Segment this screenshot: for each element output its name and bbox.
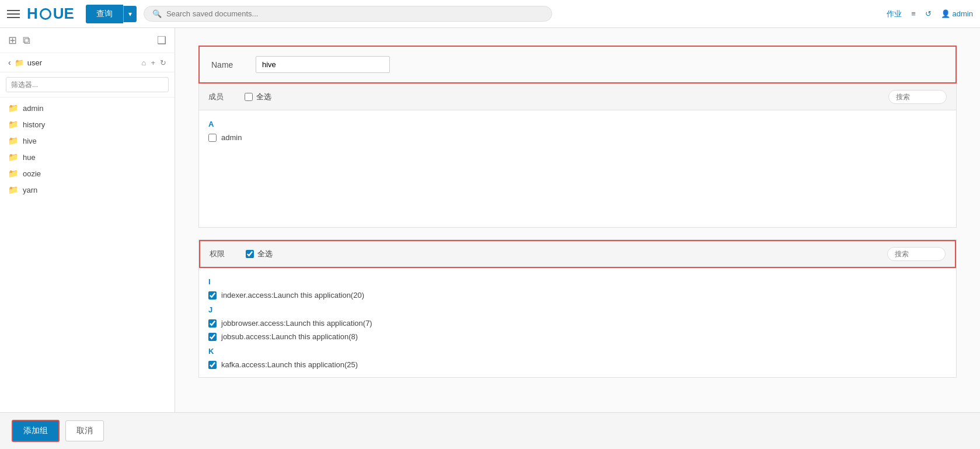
query-dropdown-button[interactable]: ▾: [123, 6, 137, 22]
members-title: 成员: [208, 92, 238, 102]
permissions-select-all-checkbox[interactable]: [246, 250, 254, 258]
add-group-button[interactable]: 添加组: [12, 420, 60, 442]
filter-input[interactable]: [6, 77, 169, 92]
name-label: Name: [211, 60, 246, 69]
home-icon[interactable]: ⌂: [142, 58, 147, 67]
breadcrumb: ‹ 📁 user ⌂ + ↻: [0, 53, 175, 72]
list-link[interactable]: ≡: [911, 9, 916, 18]
content-area: Name 成员 全选 Aadmin 权限 全选: [175, 28, 980, 412]
copy-icon[interactable]: ⧉: [23, 34, 30, 47]
search-bar: 🔍: [144, 6, 552, 22]
members-search-input[interactable]: [888, 90, 947, 104]
sidebar-item-label: oozie: [23, 169, 41, 178]
folder-icon: 📁: [8, 120, 18, 129]
perm-group-J: J: [208, 302, 947, 316]
sidebar-filter: [0, 72, 175, 98]
app-logo: H UE: [27, 5, 74, 23]
sidebar-item-yarn[interactable]: 📁yarn: [0, 182, 175, 198]
menu-icon[interactable]: [7, 10, 20, 18]
folder-icon: 📁: [8, 136, 18, 145]
permissions-section: 权限 全选 Iindexer.access:Launch this applic…: [198, 239, 957, 378]
sidebar-item-label: history: [23, 120, 45, 129]
name-form-row: Name: [198, 46, 957, 83]
main-layout: ⊞ ⧉ ❑ ‹ 📁 user ⌂ + ↻ 📁admin📁history📁hive…: [0, 28, 980, 412]
sidebar-item-oozie[interactable]: 📁oozie: [0, 165, 175, 182]
sidebar-list: 📁admin📁history📁hive📁hue📁oozie📁yarn: [0, 98, 175, 412]
perm-checkbox[interactable]: [208, 333, 217, 341]
permissions-body: Iindexer.access:Launch this application(…: [199, 268, 956, 377]
perm-checkbox[interactable]: [208, 319, 217, 328]
history-link[interactable]: ↺: [925, 9, 932, 18]
layers-icon[interactable]: ⊞: [8, 34, 17, 47]
files-icon[interactable]: ❑: [157, 34, 166, 47]
folder-icon: 📁: [8, 185, 18, 194]
cancel-button[interactable]: 取消: [65, 420, 104, 441]
sidebar-top-icons: ⊞ ⧉ ❑: [0, 28, 175, 53]
sidebar-item-hive[interactable]: 📁hive: [0, 133, 175, 149]
breadcrumb-actions: ⌂ + ↻: [142, 58, 166, 67]
members-body: Aadmin: [199, 110, 956, 227]
member-checkbox[interactable]: [208, 134, 217, 142]
perm-group-I: I: [208, 274, 947, 288]
sidebar: ⊞ ⧉ ❑ ‹ 📁 user ⌂ + ↻ 📁admin📁history📁hive…: [0, 28, 175, 412]
perm-checkbox[interactable]: [208, 291, 217, 300]
members-select-all-label[interactable]: 全选: [256, 92, 271, 102]
perm-item: kafka.access:Launch this application(25): [208, 358, 947, 371]
sidebar-item-label: hue: [23, 153, 36, 162]
folder-name: user: [27, 58, 42, 67]
name-input[interactable]: [256, 56, 390, 73]
permissions-select-all-group: 全选: [246, 249, 273, 259]
permissions-title: 权限: [210, 249, 239, 259]
sidebar-item-history[interactable]: 📁history: [0, 116, 175, 133]
perm-item: jobbrowser.access:Launch this applicatio…: [208, 316, 947, 330]
members-section: 成员 全选 Aadmin: [198, 83, 957, 228]
folder-icon: 📁: [8, 103, 18, 113]
perm-name: jobsub.access:Launch this application(8): [221, 332, 358, 341]
perm-item: jobsub.access:Launch this application(8): [208, 330, 947, 343]
member-item: admin: [208, 131, 947, 144]
permissions-search-input[interactable]: [887, 247, 946, 261]
back-button[interactable]: ‹: [8, 58, 11, 67]
sidebar-item-label: yarn: [23, 186, 37, 194]
member-group-A: A: [208, 116, 947, 131]
members-select-all-group: 全选: [245, 92, 271, 102]
footer: 添加组 取消: [0, 412, 980, 449]
perm-name: kafka.access:Launch this application(25): [221, 360, 358, 369]
user-account[interactable]: 👤 admin: [941, 9, 973, 18]
navbar: H UE 查询 ▾ 🔍 作业 ≡ ↺ 👤 admin: [0, 0, 980, 28]
folder-icon: 📁: [8, 169, 18, 178]
search-icon: 🔍: [152, 9, 162, 18]
perm-name: jobbrowser.access:Launch this applicatio…: [221, 319, 372, 328]
navbar-right: 作业 ≡ ↺ 👤 admin: [887, 9, 973, 19]
perm-name: indexer.access:Launch this application(2…: [221, 291, 364, 300]
add-folder-icon[interactable]: +: [151, 58, 155, 67]
members-header: 成员 全选: [199, 84, 956, 110]
member-name: admin: [221, 133, 242, 142]
perm-checkbox[interactable]: [208, 361, 217, 369]
sidebar-item-admin[interactable]: 📁admin: [0, 100, 175, 116]
query-button[interactable]: 查询: [86, 5, 123, 23]
permissions-header: 权限 全选: [199, 240, 956, 268]
members-select-all-checkbox[interactable]: [245, 93, 253, 101]
folder-icon: 📁: [8, 152, 18, 162]
sidebar-item-label: admin: [23, 104, 43, 113]
permissions-select-all-label[interactable]: 全选: [257, 249, 273, 259]
perm-item: indexer.access:Launch this application(2…: [208, 288, 947, 302]
sidebar-item-label: hive: [23, 137, 37, 145]
refresh-icon[interactable]: ↻: [160, 58, 166, 67]
sidebar-item-hue[interactable]: 📁hue: [0, 149, 175, 165]
search-input[interactable]: [166, 9, 543, 18]
jobs-link[interactable]: 作业: [887, 9, 902, 19]
perm-group-K: K: [208, 343, 947, 358]
folder-icon: 📁: [15, 58, 24, 67]
query-button-group: 查询 ▾: [86, 5, 137, 23]
